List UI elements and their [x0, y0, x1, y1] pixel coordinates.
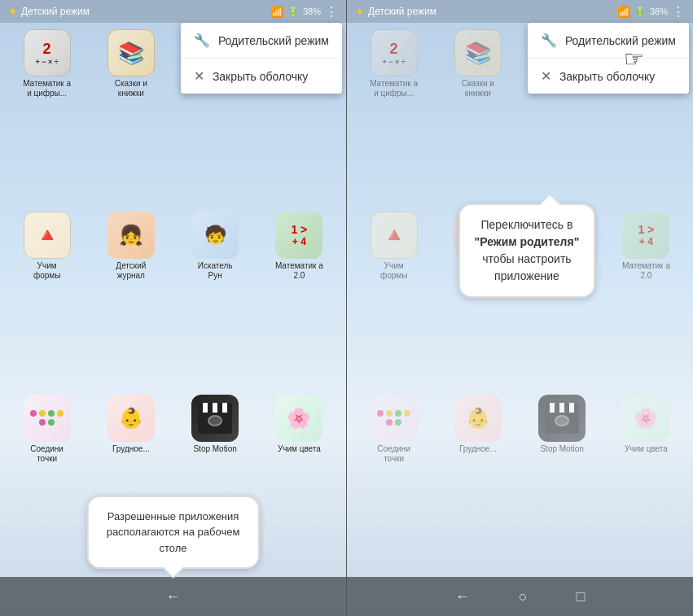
app-grid-left: 2 + − × ÷ Математик а и цифры... 📚 Сказк…: [0, 23, 346, 577]
menu-dots-right[interactable]: ⋮: [672, 4, 685, 20]
dot6: [48, 419, 55, 426]
parent-mode-item-right[interactable]: 🔧 Родительский режим: [528, 23, 689, 59]
wifi-icon-left: 📶: [270, 6, 283, 18]
app-stopmotion-r: Stop Motion: [524, 395, 601, 570]
app-grid-right: 2 + − × ÷ Математик а и цифры... 📚 Сказк…: [347, 23, 693, 577]
camera-lens: [208, 415, 222, 426]
app-tales-label: Сказки и книжки: [107, 79, 156, 98]
app-breast-label-r: Грудное...: [459, 444, 497, 454]
back-button-left[interactable]: ←: [166, 588, 181, 605]
close-shell-label-right: Закрыть оболочку: [559, 70, 655, 83]
dot1: [30, 410, 37, 417]
home-button-right[interactable]: ○: [519, 588, 528, 605]
app-stopmotion-label: Stop Motion: [193, 444, 236, 454]
app-journal[interactable]: 👧 Детский журнал: [92, 212, 169, 387]
app-math-label-r: Математик а и цифры...: [370, 79, 419, 98]
app-breast-label: Грудное...: [112, 444, 150, 454]
dropdown-menu-right: 🔧 Родительский режим ✕ Закрыть оболочку: [528, 23, 689, 94]
icon-connect-r: [371, 395, 418, 442]
bubble-left-text: Разрешенные приложения располагаются на …: [107, 510, 240, 554]
star-icon-right: ✦: [355, 5, 365, 18]
app-connect[interactable]: Соедини точки: [8, 395, 86, 570]
app-shapes-label: Учим формы: [23, 261, 72, 281]
app-math2-r: 1 > + 4 Математик а 2.0: [607, 212, 685, 387]
camera-lens-r: [555, 415, 569, 426]
close-shell-item-right[interactable]: ✕ Закрыть оболочку: [528, 59, 689, 94]
clapboard-icon-r: [545, 403, 579, 434]
icon-shapes-r: 🔺: [371, 212, 418, 259]
app-tales-label-r: Сказки и книжки: [454, 79, 502, 98]
app-title-right: ✦ Детский режим: [355, 5, 436, 18]
dot5: [39, 419, 46, 426]
icon-journal: 👧: [107, 212, 155, 259]
app-journal-label: Детский журнал: [107, 261, 156, 281]
icon-tales-r: 📚: [454, 29, 502, 76]
recent-button-right[interactable]: □: [577, 588, 586, 605]
close-shell-label: Закрыть оболочку: [213, 70, 308, 83]
icon-stopmotion: [191, 395, 239, 442]
app-seeker-label: Искатель Рун: [191, 261, 239, 281]
close-icon-right: ✕: [541, 68, 551, 84]
icon-stopmotion-r: [538, 395, 586, 442]
icon-breast: 👶: [107, 395, 155, 442]
back-button-right[interactable]: ←: [455, 588, 470, 605]
dot2r: [386, 410, 393, 417]
app-tales[interactable]: 📚 Сказки и книжки: [92, 29, 169, 205]
icon-tales: 📚: [107, 29, 155, 76]
icon-math-r: 2 + − × ÷: [371, 29, 418, 76]
battery-text-left: 38%: [303, 7, 321, 16]
speech-bubble-left: Разрешенные приложения располагаются на …: [86, 496, 260, 570]
dot3r: [395, 410, 401, 417]
right-screen: ✦ Детский режим 📶 🔋 38% ⋮ 🔧 Родительский…: [347, 0, 693, 616]
app-breast-r: 👶 Грудное...: [439, 395, 516, 570]
left-screen: ✦ Детский режим 📶 🔋 38% ⋮ 🔧 Родительский…: [0, 0, 346, 616]
parent-mode-item[interactable]: 🔧 Родительский режим: [181, 23, 342, 59]
status-bar-left: ✦ Детский режим 📶 🔋 38% ⋮: [0, 0, 346, 23]
app-tales-r: 📚 Сказки и книжки: [439, 29, 516, 205]
app-shapes[interactable]: 🔺 Учим формы: [8, 212, 86, 387]
wifi-icon-right: 📶: [617, 6, 630, 18]
icon-breast-r: 👶: [454, 395, 502, 442]
icon-connect: [24, 395, 71, 442]
icon-math2-r: 1 > + 4: [622, 212, 669, 259]
icon-seeker: 🧒: [191, 212, 239, 259]
app-connect-r: Соедини точки: [355, 395, 432, 570]
app-math-r: 2 + − × ÷ Математик а и цифры...: [355, 29, 432, 205]
app-math[interactable]: 2 + − × ÷ Математик а и цифры...: [8, 29, 86, 205]
app-seeker[interactable]: 🧒 Искатель Рун: [177, 212, 254, 387]
app-connect-label: Соедини точки: [23, 444, 72, 464]
close-icon: ✕: [194, 68, 204, 84]
dot4r: [404, 410, 410, 417]
menu-dots-left[interactable]: ⋮: [325, 4, 338, 20]
app-math2[interactable]: 1 > + 4 Математик а 2.0: [261, 212, 338, 387]
battery-text-right: 38%: [650, 7, 668, 16]
app-math2-label: Математик а 2.0: [274, 261, 323, 281]
app-colors[interactable]: 🌸 Учим цвета: [261, 395, 338, 570]
app-colors-r: 🌸 Учим цвета: [607, 395, 685, 570]
app-shapes-label-r: Учим формы: [370, 261, 419, 281]
status-bar-right: ✦ Детский режим 📶 🔋 38% ⋮: [347, 0, 693, 23]
app-connect-label-r: Соедини точки: [370, 444, 419, 464]
parent-mode-label-right: Родительский режим: [565, 34, 676, 47]
dot4: [57, 410, 64, 417]
close-shell-item[interactable]: ✕ Закрыть оболочку: [181, 59, 342, 94]
app-math2-label-r: Математик а 2.0: [621, 261, 670, 281]
clapboard-icon: [198, 403, 232, 434]
dot5r: [386, 419, 393, 426]
star-icon: ✦: [8, 5, 18, 18]
app-title-left: ✦ Детский режим: [8, 5, 90, 18]
icon-shapes: 🔺: [24, 212, 71, 259]
app-stopmotion-label-r: Stop Motion: [540, 444, 583, 454]
title-text-right: Детский режим: [368, 6, 436, 17]
battery-icon-left: 🔋: [287, 7, 299, 17]
speech-bubble-right: Переключитесь в"Режим родителя"чтобы нас…: [458, 203, 596, 298]
status-right-right: 📶 🔋 38% ⋮: [617, 4, 685, 20]
app-math-label: Математик а и цифры...: [23, 79, 72, 98]
wrench-icon: 🔧: [194, 33, 210, 48]
icon-math: 2 + − × ÷: [24, 29, 71, 76]
bubble-right-text: Переключитесь в"Режим родителя"чтобы нас…: [475, 218, 580, 282]
dot6r: [395, 419, 401, 426]
title-text-left: Детский режим: [21, 6, 90, 17]
app-shapes-r: 🔺 Учим формы: [355, 212, 432, 387]
icon-colors: 🌸: [275, 395, 322, 442]
